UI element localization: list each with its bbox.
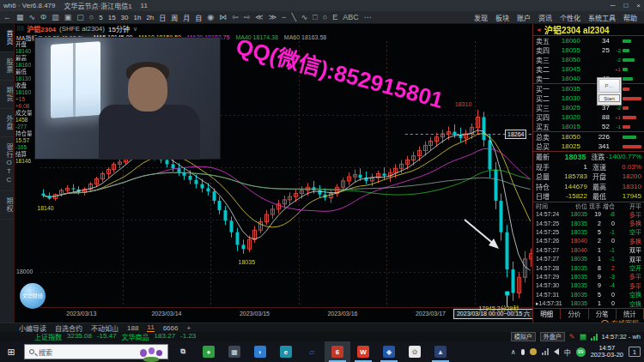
app-photos-icon-glyph: ▲	[434, 346, 447, 358]
watch-tab-6666[interactable]: 6666	[163, 324, 179, 332]
total-row-总买: 总买18025341	[533, 142, 644, 151]
watch-tab-不动如山[interactable]: 不动如山	[91, 323, 118, 333]
watch-tab-11[interactable]: 11	[147, 323, 154, 332]
start-button[interactable]: ⊞	[0, 341, 22, 362]
menu-资讯[interactable]: 资讯	[538, 13, 552, 22]
close-button[interactable]: ×	[636, 2, 641, 9]
trend-line-icon[interactable]: ∿	[29, 12, 36, 23]
app-blue-icon[interactable]: ◆	[376, 341, 402, 362]
search-highlight-image[interactable]	[137, 346, 166, 362]
taskview-icon[interactable]: ⧉	[170, 341, 196, 362]
period-button-周[interactable]: 周	[171, 13, 178, 22]
app-explorer-icon[interactable]: ▱	[299, 341, 325, 362]
ime-indicator[interactable]: 中	[564, 347, 571, 357]
chart-area[interactable]: ⠿⠿ 沪铝2304 (SHFE al2304) 15分钟 ∨ MA指标(5,10…	[14, 24, 532, 323]
network-icon[interactable]	[542, 348, 549, 355]
maximize-button[interactable]: □	[623, 2, 628, 9]
app-wps-icon[interactable]: W	[350, 341, 376, 362]
trade-qty: 5	[587, 292, 601, 298]
image-icon[interactable]: ▣	[64, 12, 72, 23]
menu-系统工具[interactable]: 系统工具	[588, 13, 616, 22]
wave-icon[interactable]: ∿	[301, 12, 308, 23]
chevron-down-icon[interactable]: ∨	[133, 26, 137, 33]
tray-app-icon[interactable]	[530, 348, 537, 355]
slash-icon[interactable]: ╲	[291, 12, 295, 23]
minus-icon[interactable]: −	[282, 12, 286, 23]
volume-icon[interactable]	[554, 348, 559, 355]
watch-tab-自选合约[interactable]: 自选合约	[55, 323, 82, 333]
trade-oi-change: -8	[601, 211, 615, 217]
expand-icon[interactable]: ≫	[269, 12, 276, 23]
pen-icon[interactable]: ✎	[569, 333, 575, 341]
next-icon[interactable]: ⇨	[244, 12, 251, 23]
volume-bar	[623, 136, 636, 139]
sim-account-button[interactable]: 模拟户	[511, 332, 536, 341]
book-bar	[621, 106, 641, 110]
app-edge-icon[interactable]: e	[273, 341, 299, 362]
compass-icon[interactable]: Φ	[40, 12, 46, 23]
refresh-icon[interactable]: ○	[89, 12, 94, 23]
period-button-5[interactable]: 5	[99, 14, 102, 21]
watch-tab-188[interactable]: 188	[127, 324, 138, 332]
app-calc-icon[interactable]: ▦	[222, 341, 247, 362]
eye-icon[interactable]: ◉	[207, 12, 214, 23]
webcam-video-overlay[interactable]	[35, 38, 220, 159]
app-photos-icon[interactable]: ▲	[428, 341, 453, 362]
sidebar-item-银行OTC[interactable]: 银行OTC	[0, 137, 14, 191]
text-tool-icon[interactable]: E	[332, 12, 337, 23]
kline-icon[interactable]: ▥	[52, 12, 59, 23]
stat-label-2: 开盘	[587, 172, 608, 181]
period-button-月[interactable]: 月	[183, 13, 190, 22]
taskbar-clock[interactable]: 14:57 2023-03-20	[591, 345, 623, 359]
period-button-2h[interactable]: 2h	[146, 14, 154, 21]
abc-tool-icon[interactable]: ABC	[343, 12, 359, 23]
circle-draw-icon[interactable]: ○	[323, 12, 327, 23]
sidebar-item-股票[interactable]: 股票	[0, 52, 14, 81]
app-flower-icon[interactable]: ✿	[402, 341, 428, 362]
windows-taskbar: ⊞ 搜索 ⧉●▦◗e▱6W◆✿▲ ∧ 中 99 14:57 2023-03-20	[0, 341, 644, 362]
app-wh6-icon[interactable]: 6	[325, 341, 350, 362]
period-label[interactable]: 15分钟	[108, 24, 130, 33]
watch-tab-小编导读[interactable]: 小编导读	[19, 323, 46, 333]
minimize-button[interactable]: ─	[611, 2, 616, 9]
notification-icon[interactable]: 1	[629, 347, 641, 357]
microphone-icon[interactable]	[521, 349, 525, 355]
sidebar-item-首页[interactable]: 首页	[0, 24, 14, 52]
back-icon[interactable]: ←	[3, 12, 11, 23]
period-button-1h[interactable]: 1h	[134, 14, 142, 21]
save-icon[interactable]: ▢	[76, 12, 84, 23]
search-box[interactable]: 搜索	[24, 344, 168, 359]
sidebar-item-外盘[interactable]: 外盘	[0, 109, 14, 137]
menu-帮助[interactable]: 帮助	[623, 13, 637, 22]
menu-账户[interactable]: 账户	[517, 13, 531, 22]
swap-icon[interactable]: ⋈	[219, 12, 227, 23]
trade-oi-change: -1	[601, 247, 615, 253]
book-price: 18035	[553, 85, 580, 93]
period-button-15[interactable]: 15	[108, 14, 116, 21]
popup-start-button[interactable]: Start	[598, 94, 620, 102]
sidebar-item-期权[interactable]: 期权	[0, 191, 14, 220]
table-icon[interactable]: ▦	[16, 12, 24, 23]
period-button-30[interactable]: 30	[121, 14, 129, 21]
period-button-日[interactable]: 日	[159, 13, 166, 22]
app-chat-icon[interactable]: ◗	[247, 341, 273, 362]
popup-window[interactable]: P… Start	[597, 77, 622, 106]
menu-板块[interactable]: 板块	[495, 13, 509, 22]
menu-个性化[interactable]: 个性化	[560, 13, 580, 22]
drag-handle-icon[interactable]: ⠿⠿	[16, 26, 23, 33]
prev-icon[interactable]: ⇦	[232, 12, 239, 23]
tray-badge[interactable]: 99	[576, 347, 586, 357]
rect-draw-icon[interactable]: □	[313, 12, 317, 23]
menu-发现[interactable]: 发现	[474, 13, 488, 22]
more-icon[interactable]: ⋯	[364, 12, 372, 23]
collapse-icon[interactable]: ≪	[255, 12, 263, 23]
app-360-icon[interactable]: ●	[196, 341, 222, 362]
book-label: 卖二	[536, 64, 553, 74]
period-button-自[interactable]: 自	[195, 13, 202, 22]
watch-tab-+[interactable]: +	[186, 324, 191, 332]
market-icon[interactable]	[580, 334, 586, 341]
tray-caret-icon[interactable]: ∧	[511, 348, 516, 356]
foreign-account-button[interactable]: 外盘户	[540, 332, 565, 341]
taskview-icon-glyph: ⧉	[177, 346, 189, 358]
sidebar-item-期货[interactable]: 期货	[0, 81, 14, 109]
